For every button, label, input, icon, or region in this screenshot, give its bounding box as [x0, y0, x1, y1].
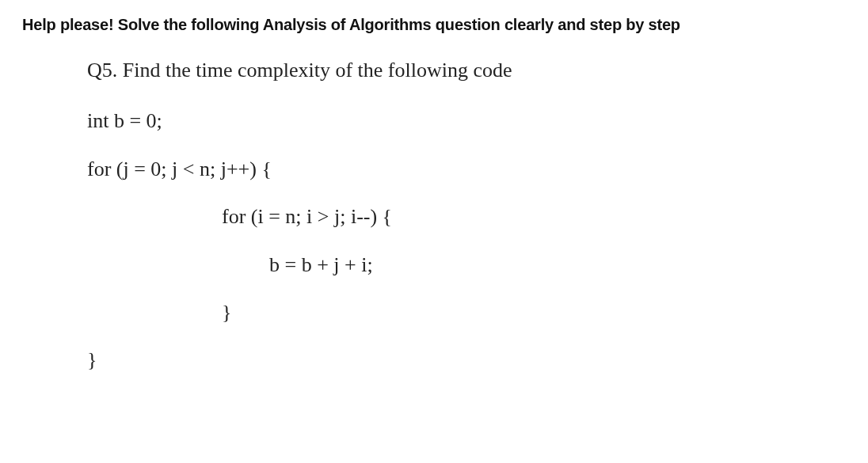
question-title: Q5. Find the time complexity of the foll… — [87, 56, 846, 85]
code-line-2: for (j = 0; j < n; j++) { — [87, 155, 846, 184]
code-line-6: } — [87, 346, 846, 374]
instruction-header: Help please! Solve the following Analysi… — [22, 16, 846, 34]
code-line-4: b = b + j + i; — [87, 251, 846, 279]
question-content: Q5. Find the time complexity of the foll… — [22, 56, 846, 375]
code-line-3: for (i = n; i > j; i--) { — [87, 203, 846, 231]
code-line-5: } — [87, 298, 846, 327]
code-line-1: int b = 0; — [87, 107, 846, 135]
